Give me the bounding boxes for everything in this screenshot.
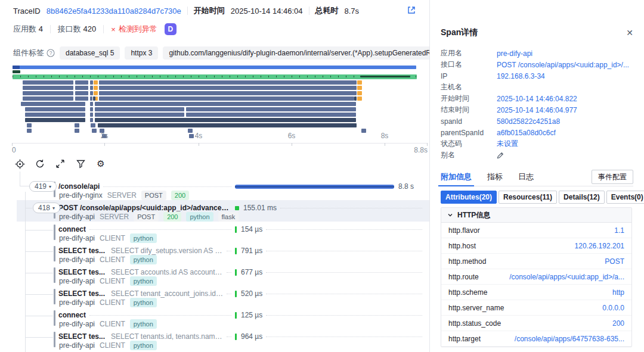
filter-icon[interactable] [75, 158, 86, 169]
close-icon[interactable]: ✕ [626, 29, 633, 37]
attribute-category-chip[interactable]: Resources(11) [499, 191, 557, 204]
minimap-span-bar [95, 102, 356, 106]
edit-alias-icon[interactable] [497, 152, 504, 159]
span-kind: CLIENT [100, 320, 125, 328]
span-row[interactable]: SELECT tes...SELECT tenant_account_joins… [0, 286, 429, 307]
span-row[interactable]: POST /console/api/apps/<uuid:app_id>/adv… [17, 200, 429, 222]
tab-active[interactable]: 附加信息 [441, 168, 472, 186]
attribute-key: http.scheme [448, 288, 487, 297]
component-tag-pill[interactable]: github.com/langgenius/dify-plugin-daemon… [163, 46, 429, 60]
event-config-button[interactable]: 事件配置 [592, 170, 633, 184]
minimap-span-bar [357, 80, 362, 85]
refresh-icon[interactable] [35, 158, 45, 169]
settings-icon[interactable]: ⚙ [95, 158, 106, 169]
span-count-value: 418 [38, 204, 50, 212]
trace-id-value[interactable]: 8b8462e5fa41233da110a8284d7c730e [47, 7, 181, 15]
attribute-row: http.flavor1.1 [441, 223, 631, 238]
span-duration-value: 154 µs [241, 225, 262, 233]
span-fields: 应用名pre-dify-api接口名POST /console/api/apps… [441, 48, 634, 161]
span-kind: CLIENT [100, 298, 125, 307]
locate-icon[interactable] [14, 158, 25, 169]
app-count-label: 应用数 [13, 24, 36, 33]
field-value[interactable]: 未设置 [497, 139, 518, 149]
field-value[interactable]: pre-dify-api [497, 49, 532, 58]
minimap-span-bar [25, 113, 85, 117]
span-row[interactable]: SELECT tes...SELECT accounts.id AS accou… [0, 264, 429, 286]
http-info-header[interactable]: HTTP信息 [441, 208, 631, 223]
attribute-category-chip[interactable]: Details(12) [559, 191, 605, 204]
help-icon[interactable]: ? [47, 49, 55, 57]
field-value[interactable]: POST /console/api/apps/<uuid:app_id>/... [497, 61, 629, 69]
tree-connector-line [20, 186, 29, 186]
minimap-span-bar [25, 118, 85, 122]
leader-dots [89, 314, 231, 316]
minimap-span-bar [23, 80, 73, 85]
field-value[interactable]: 2025-10-14 14:46:04.977 [497, 106, 577, 114]
span-row[interactable]: connect125 µspre-dify-apiCLIENTpython [0, 307, 429, 329]
minimap-span-bar [95, 96, 98, 101]
attribute-value[interactable]: /console/api/apps/<uuid:app_id>/a... [509, 273, 624, 281]
component-tag-pill[interactable]: httpx 3 [125, 46, 158, 60]
attribute-value[interactable]: 1.1 [614, 226, 624, 235]
tab-item[interactable]: 指标 [487, 168, 503, 186]
span-row[interactable]: SELECT tes...SELECT dify_setups.version … [0, 243, 429, 264]
minimap-span-bar [95, 113, 184, 117]
span-field-row: IP192.168.6.3-34 [441, 70, 634, 82]
attribute-value[interactable]: 120.26.192.201 [575, 242, 624, 250]
trace-minimap[interactable] [12, 64, 429, 139]
waterfall-toolbar: ⚙ [14, 158, 106, 169]
span-indicator-bar [54, 246, 55, 261]
leader-dots [227, 336, 231, 337]
component-tag-pill[interactable]: database_sql 5 [60, 46, 120, 60]
attribute-value[interactable]: 0.0.0.0 [602, 304, 624, 312]
attribute-value[interactable]: 200 [612, 319, 624, 328]
span-count-badge[interactable]: 418▾ [33, 203, 60, 213]
minimap-span-bar [13, 66, 20, 69]
field-value[interactable]: 2025-10-14 14:46:04.822 [497, 95, 577, 103]
field-label: 接口名 [441, 60, 497, 70]
span-row[interactable]: connect154 µspre-dify-apiCLIENTpython [0, 222, 429, 243]
span-row[interactable]: SELECT tes...SELECT tenants.id, tenants.… [0, 329, 429, 350]
tree-connector-line [20, 172, 20, 186]
attribute-category-chip[interactable]: Events(0) [606, 191, 644, 204]
span-title-block: POST /console/api/apps/<uuid:app_id>/adv… [58, 204, 235, 212]
axis-end-label: 8.8s [414, 146, 428, 154]
tree-connector-line [25, 337, 53, 338]
span-duration-marker [235, 291, 237, 297]
span-kind: SERVER [107, 191, 137, 200]
span-count-badge[interactable]: 419▾ [29, 181, 57, 192]
timeline-axis: 0 8.8s 2s4s6s8s [12, 131, 428, 156]
span-tag-chip: python [130, 319, 157, 329]
expand-icon[interactable] [55, 158, 66, 169]
attribute-value[interactable]: http [612, 288, 624, 297]
attribute-category-chip[interactable]: Attributes(20) [441, 191, 497, 204]
span-title: /console/api [58, 182, 100, 191]
axis-tick [292, 143, 292, 146]
span-tag-chip: 200 [171, 191, 189, 200]
attribute-value[interactable]: POST [605, 257, 624, 266]
span-field-row: 开始时间2025-10-14 14:46:04.822 [441, 93, 634, 104]
external-link-icon[interactable] [407, 5, 416, 15]
attribute-row: http.server_name0.0.0.0 [441, 300, 631, 316]
axis-tick-label: 6s [288, 132, 296, 140]
interface-count-label: 接口数 [58, 24, 81, 33]
field-value[interactable]: a6fb015a08d0c6cf [497, 129, 556, 137]
span-title-block: connect [58, 225, 235, 233]
span-app-name: pre-dify-api [59, 234, 95, 242]
field-value[interactable]: 192.168.6.3-34 [497, 72, 545, 80]
anomaly-detected-badge: × 检测到异常 [111, 24, 157, 35]
span-title-block: connect [58, 311, 235, 319]
minimap-span-bar [23, 96, 73, 101]
axis-tick-label: 8s [381, 132, 389, 140]
leader-dots [227, 272, 231, 273]
span-row[interactable]: /console/api8.8 spre-dify-nginxSERVERPOS… [0, 179, 429, 200]
field-value[interactable]: 580d25822c4251a8 [497, 117, 560, 126]
dify-logo-icon[interactable]: D [165, 23, 177, 35]
span-row-line2: pre-dify-apiCLIENTpython [59, 319, 157, 329]
minimap-span-bar [360, 76, 410, 77]
start-time-value: 2025-10-14 14:46:04 [231, 7, 303, 15]
tab-item[interactable]: 日志 [518, 168, 534, 186]
span-title: POST /console/api/apps/<uuid:app_id>/adv… [58, 204, 233, 212]
leader-dots [266, 336, 422, 337]
attribute-value[interactable]: /console/api/apps/64757638-635... [515, 335, 624, 343]
